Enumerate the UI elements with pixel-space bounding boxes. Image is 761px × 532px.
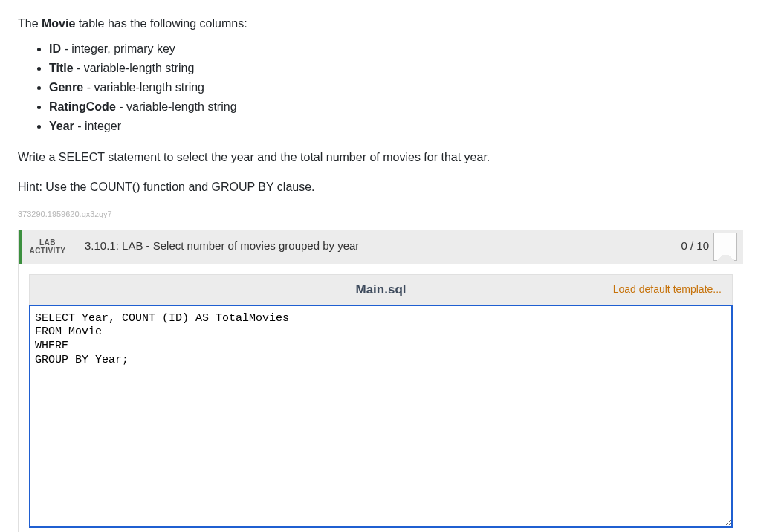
column-list: ID - integer, primary key Title - variab… <box>18 40 743 135</box>
lab-title: 3.10.1: LAB - Select number of movies gr… <box>74 230 681 264</box>
list-item: Title - variable-length string <box>49 59 743 77</box>
col-desc: - variable-length string <box>74 62 195 74</box>
lab-header: LAB ACTIVITY 3.10.1: LAB - Select number… <box>19 230 743 264</box>
list-item: Genre - variable-length string <box>49 79 743 97</box>
col-name: Genre <box>49 81 83 94</box>
lab-activity-tag: LAB ACTIVITY <box>22 230 74 264</box>
code-editor[interactable] <box>29 305 733 528</box>
file-tab[interactable]: Main.sql <box>355 280 406 299</box>
lab-activity-box: LAB ACTIVITY 3.10.1: LAB - Select number… <box>18 230 743 533</box>
load-default-template-link[interactable]: Load default template... <box>613 282 722 297</box>
lab-tag-line2: ACTIVITY <box>30 247 66 255</box>
hint-text: Hint: Use the COUNT() function and GROUP… <box>18 178 743 196</box>
editor-tabbar: Main.sql Load default template... <box>29 274 733 305</box>
internal-id: 373290.1959620.qx3zqy7 <box>18 208 743 221</box>
col-desc: - variable-length string <box>83 81 204 94</box>
lab-tag-line1: LAB <box>39 239 56 247</box>
col-name: Year <box>49 120 74 132</box>
col-desc: - integer <box>74 120 121 132</box>
lab-score: 0 / 10 <box>681 230 743 264</box>
task-text: Write a SELECT statement to select the y… <box>18 149 743 166</box>
col-name: Title <box>49 62 74 74</box>
list-item: ID - integer, primary key <box>49 40 743 58</box>
list-item: Year - integer <box>49 117 743 135</box>
lab-score-text: 0 / 10 <box>681 238 709 255</box>
intro-pre: The <box>18 17 42 30</box>
col-desc: - variable-length string <box>116 100 237 113</box>
intro-table-name: Movie <box>42 17 75 30</box>
intro-post: table has the following columns: <box>75 17 247 30</box>
list-item: RatingCode - variable-length string <box>49 98 743 116</box>
ribbon-icon <box>713 233 737 261</box>
intro-sentence: The Movie table has the following column… <box>18 15 743 33</box>
col-name: RatingCode <box>49 100 116 113</box>
col-name: ID <box>49 42 61 55</box>
col-desc: - integer, primary key <box>61 42 175 55</box>
editor-panel: Main.sql Load default template... <box>19 264 743 533</box>
